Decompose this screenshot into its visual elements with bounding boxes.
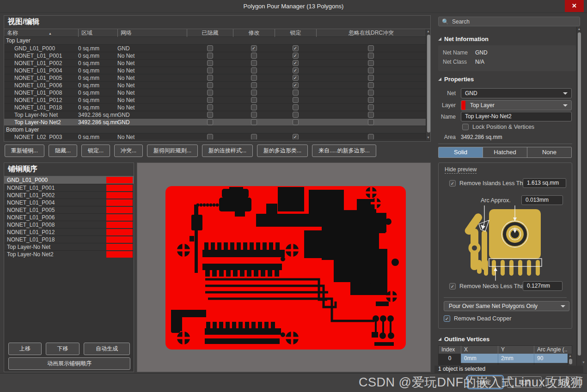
- move-up-button[interactable]: 上移: [8, 343, 42, 355]
- col-locked[interactable]: 锁定: [275, 29, 316, 37]
- modified-checkbox[interactable]: [251, 97, 257, 103]
- modified-checkbox[interactable]: [251, 60, 257, 66]
- hidden-checkbox[interactable]: [207, 45, 213, 51]
- col-net[interactable]: 网络: [117, 29, 187, 37]
- net-information-section[interactable]: Net Information: [438, 36, 489, 42]
- pour-order-item[interactable]: NONET_L01_P018: [4, 235, 134, 243]
- locked-checkbox[interactable]: ✓: [293, 134, 299, 139]
- modified-checkbox[interactable]: [251, 119, 257, 125]
- modified-checkbox[interactable]: [251, 112, 257, 118]
- table-row[interactable]: NONET_L01_P0120 sq.mmNo Net: [4, 96, 426, 103]
- hidden-checkbox[interactable]: [207, 53, 213, 59]
- hidden-checkbox[interactable]: [207, 67, 213, 73]
- ignore-drc-checkbox[interactable]: [368, 119, 374, 125]
- table-row[interactable]: Top Layer-No Net23492.286 sq.mmGND: [4, 118, 426, 126]
- remove-necks-input[interactable]: 0.127mm: [523, 281, 563, 291]
- modified-checkbox[interactable]: ✓: [251, 45, 257, 51]
- net-dropdown[interactable]: GND: [461, 88, 572, 98]
- locked-checkbox[interactable]: ✓: [293, 82, 299, 88]
- ignore-drc-checkbox[interactable]: [368, 90, 374, 96]
- fill-mode-none[interactable]: None: [527, 147, 571, 157]
- locked-checkbox[interactable]: ✓: [293, 53, 299, 59]
- fill-mode-solid[interactable]: Solid: [439, 147, 483, 157]
- pour-order-item[interactable]: NONET_L01_P008: [4, 221, 134, 228]
- apply-button[interactable]: 应用: [546, 376, 581, 388]
- locked-checkbox[interactable]: [293, 90, 299, 96]
- animate-pour-order-button[interactable]: 动画展示铺铜顺序: [8, 357, 130, 370]
- table-row[interactable]: GND_L01_P0000 sq.mmGND✓✓: [4, 44, 426, 52]
- hidden-checkbox[interactable]: [207, 119, 213, 125]
- locked-checkbox[interactable]: [293, 119, 299, 125]
- pour-order-item[interactable]: NONET_L01_P001: [4, 184, 134, 191]
- pour-order-item[interactable]: Top Layer-No Net2: [4, 250, 134, 258]
- ov-scrollbar[interactable]: ▲: [568, 354, 572, 365]
- hidden-checkbox[interactable]: [207, 97, 213, 103]
- outline-vertices-section[interactable]: Outline Vertices: [438, 336, 489, 343]
- ignore-drc-checkbox[interactable]: [368, 45, 374, 51]
- hidden-checkbox[interactable]: [207, 104, 213, 110]
- ignore-drc-checkbox[interactable]: [368, 112, 374, 118]
- search-box[interactable]: 🔍: [438, 17, 580, 26]
- ignore-drc-checkbox[interactable]: [368, 134, 374, 139]
- locked-checkbox[interactable]: [293, 97, 299, 103]
- table-scrollbar[interactable]: ▲ ▼: [426, 29, 430, 140]
- right-panel-scrollbar[interactable]: ▲: [576, 27, 581, 368]
- cancel-button[interactable]: 取消: [507, 376, 542, 388]
- search-input[interactable]: [452, 18, 576, 25]
- close-button[interactable]: ✕: [565, 0, 584, 12]
- action-button-2[interactable]: 锁定...: [81, 145, 110, 157]
- locked-checkbox[interactable]: ✓: [293, 60, 299, 66]
- modified-checkbox[interactable]: [251, 134, 257, 139]
- pcb-preview-panel[interactable]: [137, 163, 431, 372]
- hidden-checkbox[interactable]: [207, 112, 213, 118]
- locked-checkbox[interactable]: ✓: [293, 67, 299, 73]
- remove-necks-checkbox[interactable]: ✓: [449, 283, 456, 289]
- pour-order-item[interactable]: NONET_L01_P006: [4, 213, 134, 221]
- locked-checkbox[interactable]: [293, 104, 299, 110]
- hidden-checkbox[interactable]: [207, 60, 213, 66]
- scroll-up-icon[interactable]: ▲: [568, 354, 572, 358]
- scroll-up-icon[interactable]: ▲: [577, 27, 581, 31]
- pour-order-item[interactable]: NONET_L01_P004: [4, 199, 134, 206]
- pour-order-item[interactable]: NONET_L01_P002: [4, 191, 134, 199]
- ignore-drc-checkbox[interactable]: [368, 75, 374, 81]
- hidden-checkbox[interactable]: [207, 82, 213, 88]
- remove-islands-checkbox[interactable]: ✓: [449, 180, 456, 187]
- action-button-1[interactable]: 隐藏...: [49, 145, 77, 157]
- ignore-drc-checkbox[interactable]: [368, 82, 374, 88]
- layer-group-row[interactable]: Bottom Layer: [4, 126, 426, 133]
- remove-dead-copper-checkbox[interactable]: ✓: [444, 315, 450, 322]
- remove-islands-input[interactable]: 1.613 sq.mm: [523, 178, 566, 188]
- layer-dropdown[interactable]: Top Layer: [461, 100, 572, 110]
- scrollbar-thumb[interactable]: [569, 359, 572, 364]
- action-button-4[interactable]: 新得间距规则...: [147, 145, 198, 157]
- col-area[interactable]: 区域: [78, 29, 117, 37]
- modified-checkbox[interactable]: [251, 67, 257, 73]
- hidden-checkbox[interactable]: [207, 75, 213, 81]
- table-row[interactable]: NONET_L01_P0180 sq.mmNo Net: [4, 103, 426, 111]
- ignore-drc-checkbox[interactable]: [368, 104, 374, 110]
- table-row[interactable]: NONET_L01_P0080 sq.mmNo Net: [4, 89, 426, 96]
- locked-checkbox[interactable]: [293, 112, 299, 118]
- table-row[interactable]: NONET_L01_P0020 sq.mmNo Net✓: [4, 59, 426, 66]
- table-row[interactable]: Top Layer-No Net3492.286 sq.mmGND: [4, 111, 426, 118]
- col-ignore-drc[interactable]: 忽略在线DRC冲突: [316, 29, 426, 37]
- ignore-drc-checkbox[interactable]: [368, 60, 374, 66]
- layer-group-row[interactable]: Top Layer: [4, 37, 426, 44]
- scrollbar-thumb[interactable]: [427, 35, 430, 133]
- action-button-0[interactable]: 重新铺铜...: [5, 145, 44, 157]
- action-button-5[interactable]: 新的连接样式...: [202, 145, 253, 157]
- col-name[interactable]: 名称▲: [4, 29, 78, 37]
- lock-position-row[interactable]: Lock Position & Vertices: [462, 124, 534, 130]
- move-down-button[interactable]: 下移: [46, 343, 79, 355]
- action-button-3[interactable]: 冲突...: [114, 145, 143, 157]
- ignore-drc-checkbox[interactable]: [368, 97, 374, 103]
- hidden-checkbox[interactable]: [207, 134, 213, 139]
- ok-button[interactable]: 确定: [468, 376, 502, 388]
- properties-section[interactable]: Properties: [438, 76, 474, 83]
- modified-checkbox[interactable]: [251, 53, 257, 59]
- auto-generate-button[interactable]: 自动生成: [84, 343, 130, 355]
- scroll-up-icon[interactable]: ▲: [426, 29, 430, 34]
- scroll-down-icon[interactable]: ▼: [582, 361, 585, 364]
- scroll-down-icon[interactable]: ▼: [426, 135, 430, 140]
